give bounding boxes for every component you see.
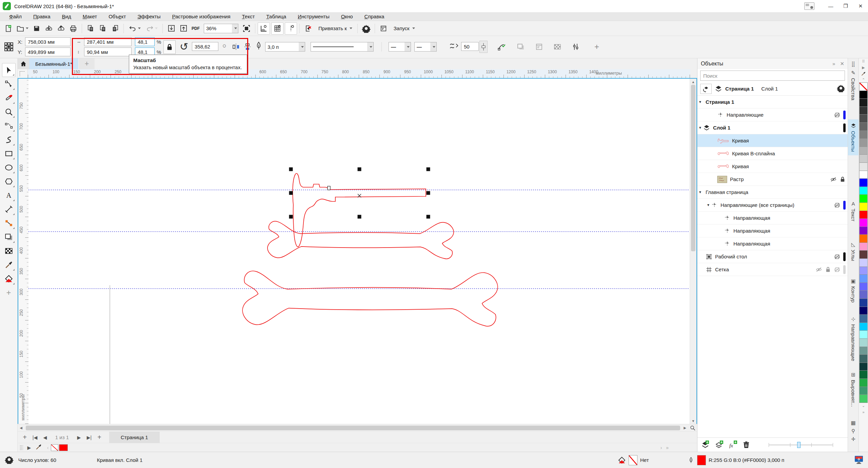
tree-row-bitmap[interactable]: Растр — [697, 173, 848, 186]
curve-tool[interactable] — [2, 119, 16, 133]
tree-row-guides[interactable]: Направляющие — [697, 109, 848, 121]
add-page-after-button[interactable]: + — [94, 433, 104, 442]
tab-align[interactable]: ⊞ Выровнят... — [848, 372, 859, 407]
mirror-vertical-button[interactable] — [241, 41, 254, 53]
save-button[interactable] — [31, 22, 43, 35]
last-page-button[interactable]: ▶| — [84, 433, 94, 442]
tree-row-page1[interactable]: ▼ Страница 1 — [697, 96, 848, 109]
menu-layout[interactable]: Макет — [77, 12, 103, 21]
zoom-fit-button[interactable] — [688, 424, 697, 432]
print-button[interactable] — [67, 22, 79, 35]
tab-corners[interactable]: ◺ Углы — [848, 241, 859, 261]
palette-swatch-33[interactable] — [859, 347, 868, 355]
menu-help[interactable]: Справка — [359, 12, 390, 21]
scroll-left-arrow[interactable]: ◀ — [18, 425, 24, 431]
layer-color-bar[interactable] — [843, 111, 846, 119]
palette-swatch-24[interactable] — [859, 274, 868, 283]
palette-swatch-28[interactable] — [859, 307, 868, 315]
layer-view-button[interactable] — [700, 84, 712, 94]
tree-row-bspline[interactable]: Кривая В-сплайна — [697, 147, 848, 160]
tree-row-guideline-3[interactable]: Направляющая — [697, 237, 848, 250]
cloud-save-button[interactable] — [55, 22, 67, 35]
visibility-off-icon[interactable] — [830, 176, 837, 183]
palette-swatch-35[interactable] — [859, 363, 868, 371]
lock-icon[interactable] — [840, 176, 846, 182]
palette-eyedropper-icon[interactable] — [35, 444, 42, 451]
close-curve-button[interactable] — [496, 41, 508, 53]
palette-swatch-12[interactable] — [859, 178, 868, 187]
tree-row-guides-all-pages[interactable]: ▼ Направляющие (все страницы) — [697, 199, 848, 212]
doc-palette-scroll-left[interactable]: ‹ — [45, 443, 51, 452]
doc-palette-red-swatch[interactable] — [59, 444, 68, 451]
polygon-tool[interactable] — [2, 174, 16, 188]
palette-expand[interactable]: » — [859, 409, 868, 415]
tree-row-desktop[interactable]: Рабочий стол — [697, 250, 848, 263]
palette-swatch-27[interactable] — [859, 298, 868, 307]
menu-effects[interactable]: Эффекты — [132, 12, 166, 21]
scroll-right-arrow[interactable]: ▶ — [682, 425, 688, 431]
arrow-start-select[interactable]: — — [389, 42, 411, 52]
doc-palette-none-swatch[interactable] — [51, 444, 58, 451]
scroll-up-arrow[interactable]: ▲ — [690, 79, 696, 85]
layer-color-bar[interactable] — [843, 123, 846, 132]
menu-tools[interactable]: Инструменты — [292, 12, 335, 21]
mirror-horizontal-button[interactable] — [230, 41, 242, 53]
cloud-open-button[interactable] — [43, 22, 55, 35]
open-button[interactable] — [14, 22, 31, 35]
account-sign-in-icon[interactable] — [804, 2, 814, 10]
text-tool[interactable] — [2, 188, 16, 202]
expand-arrow-icon[interactable]: ▼ — [697, 190, 703, 194]
palette-swatch-18[interactable] — [859, 227, 868, 235]
palette-swatch-11[interactable] — [859, 171, 868, 179]
undo-button[interactable] — [126, 22, 143, 35]
opacity-slider-handle[interactable] — [797, 442, 801, 448]
maximize-button[interactable]: ❐ — [838, 0, 853, 12]
new-layer-button[interactable] — [714, 441, 723, 449]
rotation-angle-field[interactable]: 358,62 — [192, 42, 218, 51]
new-document-tab-button[interactable]: + — [79, 58, 95, 69]
x-position-field[interactable]: 758,003 мм — [25, 37, 71, 46]
palette-flyout-arrow[interactable]: ▶ — [26, 443, 33, 452]
new-document-button[interactable] — [2, 22, 14, 35]
expand-arrow-icon[interactable]: ▼ — [706, 203, 711, 207]
vertical-ruler[interactable]: миллиметры 75070065060055050045040035030… — [18, 79, 28, 424]
opacity-slider[interactable] — [769, 445, 833, 445]
next-page-button[interactable]: ▶ — [74, 433, 84, 442]
minimize-button[interactable]: — — [823, 0, 838, 12]
palette-swatch-1[interactable] — [859, 91, 868, 99]
options-gear-button[interactable] — [360, 22, 372, 35]
palette-swatch-16[interactable] — [859, 211, 868, 219]
line-style-select[interactable] — [311, 42, 374, 52]
outline-width-select[interactable]: 3,0 п — [265, 42, 305, 52]
show-guidelines-toggle[interactable] — [285, 22, 297, 35]
status-gear-icon[interactable] — [5, 455, 14, 465]
wrap-text-button[interactable] — [533, 41, 545, 53]
cut-button[interactable] — [84, 22, 97, 35]
pick-tool[interactable] — [2, 63, 16, 77]
palette-scroll-down[interactable]: ⌄ — [859, 403, 868, 409]
interactive-fill-tool[interactable] — [2, 272, 16, 286]
palette-flyout-arrow[interactable]: ▶ — [859, 64, 868, 71]
delete-button[interactable] — [742, 441, 750, 449]
lock-icon[interactable] — [825, 267, 831, 273]
horizontal-ruler[interactable]: миллиметры 50100150200250300350400450500… — [28, 69, 697, 78]
outline-color-swatch[interactable] — [697, 455, 706, 465]
palette-swatch-31[interactable] — [859, 330, 868, 339]
horizontal-scrollbar[interactable]: ◀ ▶ — [18, 424, 697, 431]
full-screen-preview-button[interactable] — [240, 22, 253, 35]
fill-none-swatch[interactable] — [629, 455, 637, 465]
show-grid-toggle[interactable] — [271, 22, 283, 35]
palette-swatch-9[interactable] — [859, 154, 868, 163]
export-button[interactable] — [177, 22, 190, 35]
palette-swatch-3[interactable] — [859, 106, 868, 115]
snap-off-button[interactable] — [302, 22, 314, 35]
no-print-icon[interactable] — [834, 202, 841, 209]
no-print-icon[interactable] — [834, 266, 841, 273]
redo-button[interactable] — [143, 22, 160, 35]
layer-color-bar[interactable] — [843, 252, 846, 261]
drawing-canvas[interactable] — [28, 79, 690, 424]
palette-swatch-20[interactable] — [859, 242, 868, 251]
palette-eyedropper-icon[interactable] — [859, 71, 868, 77]
smoothing-slider-button[interactable] — [479, 41, 488, 53]
palette-swatch-39[interactable] — [859, 394, 868, 403]
